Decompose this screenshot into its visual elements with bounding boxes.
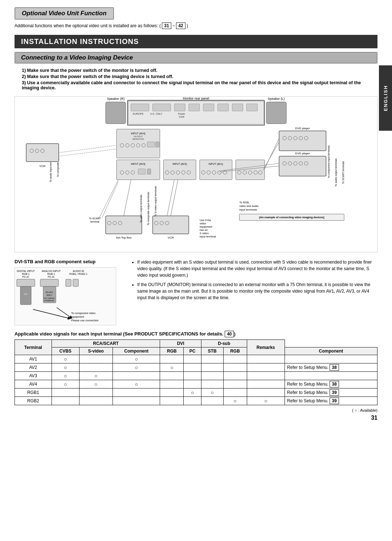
signal-cell: ○ bbox=[113, 380, 160, 389]
svg-text:AUDIO IN: AUDIO IN bbox=[73, 270, 84, 272]
svg-rect-130 bbox=[20, 286, 31, 305]
signal-cell: ○ bbox=[201, 389, 223, 397]
svg-line-116 bbox=[98, 180, 118, 219]
applicable-see: See PRODUCT SPECIFICATIONS for details. bbox=[124, 331, 223, 337]
svg-rect-11 bbox=[203, 104, 214, 111]
svg-rect-92 bbox=[153, 216, 189, 234]
signal-cell bbox=[201, 372, 223, 380]
connecting-header: Connecting to a Video Imaging Device bbox=[15, 52, 377, 64]
svg-text:To composite output terminals: To composite output terminals bbox=[147, 192, 150, 225]
signal-cell: ○ bbox=[79, 380, 113, 389]
svg-text:Speaker (L): Speaker (L) bbox=[268, 97, 285, 101]
th-dsub-rgb: RGB bbox=[223, 347, 247, 355]
svg-text:VCR: VCR bbox=[40, 164, 46, 168]
svg-rect-87 bbox=[106, 216, 142, 234]
table-row: AV3○○ bbox=[15, 372, 377, 380]
signal-cell: ○ bbox=[52, 355, 79, 363]
svg-text:terminal: terminal bbox=[90, 220, 99, 223]
signal-cell bbox=[223, 363, 247, 372]
svg-text:to component input terminals: to component input terminals bbox=[327, 145, 330, 178]
signal-cell bbox=[223, 380, 247, 389]
bullet-notes-list: If video equipment with an S video outpu… bbox=[131, 259, 377, 301]
svg-text:PASSBOOK: PASSBOOK bbox=[44, 300, 54, 302]
th-dvi-pc: PC bbox=[184, 347, 201, 355]
svg-text:To video output terminals: To video output terminals bbox=[140, 194, 143, 223]
svg-rect-10 bbox=[189, 104, 200, 111]
svg-text:To SCART terminals: To SCART terminals bbox=[342, 161, 344, 184]
signal-cell: ○ bbox=[184, 389, 201, 397]
table-row: RGB1○○Refer to Setup Menu. 39 bbox=[15, 389, 377, 397]
remarks-cell bbox=[285, 355, 377, 363]
svg-text:VCR: VCR bbox=[168, 236, 174, 239]
diagram-svg: Monitor rear panel Speaker (R) Speaker (… bbox=[15, 97, 377, 252]
signal-cell bbox=[79, 355, 113, 363]
th-cvbs: CVBS bbox=[52, 347, 79, 355]
remarks-cell: Refer to Setup Menu. 38 bbox=[285, 380, 377, 389]
svg-line-107 bbox=[167, 180, 174, 216]
instructions-list: Make sure that the power switch of the m… bbox=[15, 68, 377, 90]
signal-cell: ○ bbox=[160, 363, 184, 372]
signal-cell bbox=[160, 380, 184, 389]
signal-cell bbox=[184, 363, 201, 372]
svg-text:For customer: For customer bbox=[44, 297, 55, 299]
svg-text:U.K. ONLY: U.K. ONLY bbox=[150, 113, 163, 115]
instruction-1: Make sure that the power switch of the m… bbox=[15, 68, 377, 73]
terminal-cell: RGB1 bbox=[15, 389, 52, 397]
page-number: 31 bbox=[15, 415, 377, 421]
signal-cell bbox=[79, 363, 113, 372]
signal-cell bbox=[160, 355, 184, 363]
install-header: INSTALLATION INSTRUCTIONS bbox=[15, 35, 377, 48]
optional-header-text: Optional Video Unit Function bbox=[22, 10, 107, 17]
svg-rect-2 bbox=[106, 102, 126, 124]
svg-text:(MONITOR): (MONITOR) bbox=[132, 138, 144, 140]
subtitle-line: Additional functions when the optional v… bbox=[15, 23, 377, 28]
svg-text:equipment.: equipment. bbox=[71, 315, 85, 318]
remarks-cell: Refer to Setup Menu. 38 bbox=[285, 363, 377, 372]
svg-text:PC-IC: PC-IC bbox=[22, 276, 29, 278]
instruction-2: Make sure that the power switch of the i… bbox=[15, 74, 377, 79]
english-sidebar: ENGLISH bbox=[379, 65, 392, 131]
svg-rect-66 bbox=[279, 131, 326, 151]
terminal-cell: AV3 bbox=[15, 372, 52, 380]
table-row: RGB2○○Refer to Setup Menu. 39 bbox=[15, 397, 377, 405]
signal-cell bbox=[223, 389, 247, 397]
th-dsub: D-sub bbox=[201, 340, 247, 347]
svg-text:Set-Top Box: Set-Top Box bbox=[116, 236, 131, 239]
table-row: AV4○○○Refer to Setup Menu. 38 bbox=[15, 380, 377, 389]
signal-cell bbox=[247, 355, 285, 363]
svg-text:EUROPE: EUROPE bbox=[133, 113, 144, 115]
svg-text:Please use connection: Please use connection bbox=[71, 319, 98, 322]
svg-text:Power: Power bbox=[178, 113, 185, 115]
svg-text:S video: S video bbox=[200, 232, 209, 235]
applicable-header: Applicable video signals for each input … bbox=[15, 331, 377, 337]
signal-cell bbox=[201, 397, 223, 405]
svg-rect-14 bbox=[246, 104, 257, 111]
th-component: Component bbox=[113, 347, 160, 355]
instruction-3: Use a commercially available cable and c… bbox=[15, 80, 377, 90]
signal-cell: ○ bbox=[223, 397, 247, 405]
svg-text:video and audio: video and audio bbox=[239, 204, 258, 208]
signal-cell bbox=[113, 372, 160, 380]
remarks-cell bbox=[285, 372, 377, 380]
dvi-section: DVI-STB and RGB component setup DIGITAL … bbox=[15, 259, 377, 325]
svg-text:RS-232C: RS-232C bbox=[46, 291, 53, 293]
svg-rect-8 bbox=[153, 104, 171, 111]
signal-cell bbox=[247, 363, 285, 372]
signal-cell bbox=[247, 372, 285, 380]
optional-header: Optional Video Unit Function bbox=[15, 7, 114, 20]
svg-text:Cord: Cord bbox=[179, 115, 184, 118]
english-label: ENGLISH bbox=[383, 85, 388, 111]
th-dvi-stb: STB bbox=[201, 347, 223, 355]
dvi-diagram: DIGITAL INPUT RGB 1 PC-IC ANALOG INPUT R… bbox=[15, 267, 116, 325]
signal-cell bbox=[184, 397, 201, 405]
signal-cell bbox=[79, 389, 113, 397]
signal-cell bbox=[160, 389, 184, 397]
svg-text:[An example of connecting vide: [An example of connecting video imaging … bbox=[259, 216, 324, 219]
svg-rect-126 bbox=[17, 279, 35, 286]
svg-text:ANALOG INPUT: ANALOG INPUT bbox=[42, 270, 61, 272]
table-row: AV1○○ bbox=[15, 355, 377, 363]
svg-line-64 bbox=[59, 145, 117, 152]
svg-line-137 bbox=[33, 309, 69, 318]
svg-line-117 bbox=[102, 182, 118, 218]
signal-cell bbox=[201, 363, 223, 372]
